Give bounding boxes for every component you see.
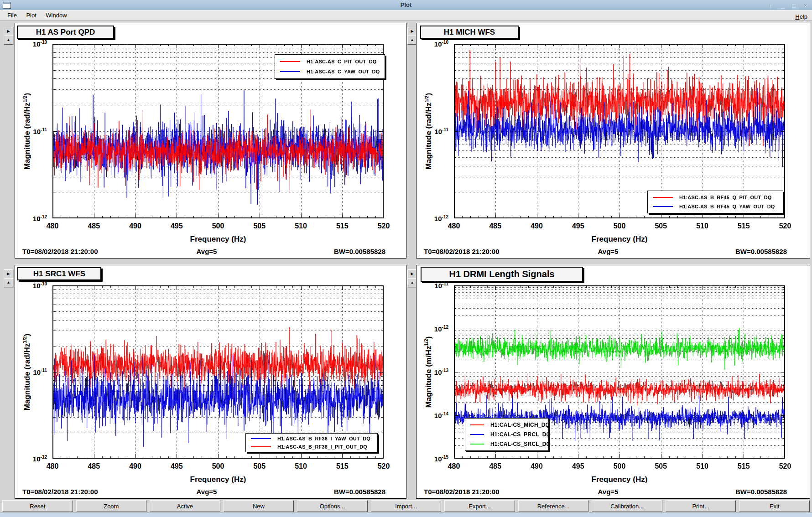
toolbar-button-exit[interactable]: Exit <box>739 500 810 512</box>
legend-entry: H1:ASC-AS_B_RF45_Q_PIT_OUT_DQ <box>648 195 783 200</box>
window-titlebar: Plot ↑_□× <box>0 0 812 10</box>
menu-file[interactable]: File <box>7 12 17 19</box>
legend-line-sample <box>470 444 484 445</box>
right-arrow-icon: ▶ <box>411 30 413 33</box>
menu-help[interactable]: Help <box>795 13 807 20</box>
plot-nav-forward-button[interactable]: ▶ <box>4 27 13 36</box>
x-tick-label: 515 <box>336 462 349 470</box>
x-tick-label: 485 <box>489 222 501 230</box>
y-tick-exponent: -14 <box>442 411 448 416</box>
legend-label: H1:ASC-AS_B_RF36_I_YAW_OUT_DQ <box>277 436 370 441</box>
y-tick-base: 10 <box>33 368 41 376</box>
toolbar-button-calibration[interactable]: Calibration... <box>592 500 662 512</box>
x-tick-label: 515 <box>738 222 750 230</box>
legend: H1:CAL-CS_MICH_DQH1:CAL-CS_PRCL_DQH1:CAL… <box>465 418 549 451</box>
toolbar-button-reference[interactable]: Reference... <box>518 500 589 512</box>
y-tick-label: 10-11 <box>18 128 47 135</box>
menu-window[interactable]: Window <box>46 12 67 19</box>
legend-label: H1:CAL-CS_SRCL_DQ <box>490 441 551 447</box>
maximize-icon: □ <box>792 2 796 8</box>
plot-nav-up-button[interactable]: ▲ <box>4 36 13 45</box>
right-arrow-icon: ▶ <box>411 272 413 276</box>
legend-label: H1:ASC-AS_B_RF45_Q_YAW_OUT_DQ <box>679 204 775 209</box>
y-tick-label: 10-13 <box>419 368 448 376</box>
plot-nav-up-button[interactable]: ▲ <box>407 36 417 45</box>
plot-window: { "window": { "title": "Plot", "menu_ite… <box>0 0 812 517</box>
legend-entry: H1:ASC-AS_C_YAW_OUT_DQ <box>275 69 385 74</box>
footer-t0: T0=08/02/2018 21:20:00 <box>22 488 98 496</box>
legend: H1:ASC-AS_B_RF36_I_YAW_OUT_DQH1:ASC-AS_B… <box>245 433 378 452</box>
legend-line-sample <box>251 438 271 439</box>
x-tick-label: 515 <box>738 462 750 470</box>
minimize-button[interactable]: _ <box>778 1 786 9</box>
toolbar-button-import[interactable]: Import... <box>371 500 442 512</box>
x-tick-label: 510 <box>696 462 708 470</box>
panel-drmi-length-signals: H1 DRMI Length Signals Magnitude (m/Hz1/… <box>416 265 810 499</box>
toolbar-button-print[interactable]: Print... <box>666 500 736 512</box>
close-button[interactable]: × <box>802 1 809 9</box>
x-tick-label: 480 <box>448 222 460 230</box>
shade-button[interactable]: ↑ <box>766 1 774 9</box>
toolbar-button-new[interactable]: New <box>224 500 294 512</box>
x-tick-label: 520 <box>378 222 390 230</box>
y-tick-exponent: -12 <box>442 214 448 219</box>
plot-title: H1 AS Port QPD <box>17 26 114 39</box>
plot-nav-forward-button[interactable]: ▶ <box>407 269 417 279</box>
maximize-button[interactable]: □ <box>790 1 797 9</box>
x-tick-label: 520 <box>378 462 390 470</box>
x-tick-label: 505 <box>253 222 265 230</box>
plot-canvas[interactable] <box>52 285 384 459</box>
legend-label: H1:ASC-AS_C_PIT_OUT_DQ <box>307 59 377 64</box>
x-tick-label: 510 <box>295 462 307 470</box>
y-tick-exponent: -11 <box>41 368 47 373</box>
toolbar: ResetZoomActiveNewOptions...Import...Exp… <box>0 500 812 512</box>
legend-entry: H1:ASC-AS_B_RF45_Q_YAW_OUT_DQ <box>648 204 783 209</box>
y-tick-base: 10 <box>33 215 41 222</box>
plot-nav-forward-button[interactable]: ▶ <box>407 27 417 36</box>
x-tick-label: 495 <box>171 222 183 230</box>
toolbar-button-active[interactable]: Active <box>150 500 220 512</box>
close-icon: × <box>804 2 807 8</box>
plot-nav-up-button[interactable]: ▲ <box>4 278 13 287</box>
right-arrow-icon: ▶ <box>7 272 10 276</box>
footer-bw: BW=0.00585828 <box>735 248 787 255</box>
y-tick-base: 10 <box>434 128 442 135</box>
toolbar-button-options[interactable]: Options... <box>297 500 368 512</box>
x-tick-label: 520 <box>779 222 791 230</box>
y-tick-base: 10 <box>434 282 442 290</box>
y-tick-exponent: -15 <box>442 455 448 460</box>
legend-entry: H1:CAL-CS_MICH_DQ <box>465 422 548 428</box>
plot-nav-up-button[interactable]: ▲ <box>407 278 417 287</box>
y-tick-label: 10-12 <box>18 215 47 222</box>
y-tick-label: 10-15 <box>419 455 448 462</box>
footer-bw: BW=0.00585828 <box>334 488 385 496</box>
up-arrow-icon: ▲ <box>7 281 10 284</box>
toolbar-button-reset[interactable]: Reset <box>2 500 73 512</box>
x-axis-label: Frequency (Hz) <box>592 475 648 484</box>
plot-title: H1 SRC1 WFS <box>17 267 101 280</box>
x-tick-label: 505 <box>655 222 667 230</box>
y-tick-base: 10 <box>33 455 41 463</box>
y-tick-exponent: -13 <box>442 368 448 373</box>
x-tick-label: 505 <box>655 462 667 470</box>
toolbar-button-export[interactable]: Export... <box>444 500 515 512</box>
plot-nav-forward-button[interactable]: ▶ <box>4 269 13 279</box>
up-arrow-icon: ▲ <box>7 38 10 42</box>
plot-title: H1 MICH WFS <box>420 26 519 39</box>
y-tick-exponent: -10 <box>41 281 47 286</box>
legend-entry: H1:ASC-AS_C_PIT_OUT_DQ <box>275 59 385 64</box>
legend-line-sample <box>280 71 300 72</box>
footer-bw: BW=0.00585828 <box>334 248 385 255</box>
footer-avg: Avg=5 <box>598 248 619 255</box>
x-tick-label: 485 <box>88 462 100 470</box>
menu-plot[interactable]: Plot <box>26 12 36 19</box>
right-arrow-icon: ▶ <box>7 30 10 33</box>
y-tick-base: 10 <box>33 282 41 290</box>
legend-entry: H1:CAL-CS_SRCL_DQ <box>465 441 548 447</box>
up-arrow-icon: ▲ <box>411 281 414 284</box>
toolbar-button-zoom[interactable]: Zoom <box>76 500 147 512</box>
y-tick-exponent: -11 <box>41 127 47 132</box>
y-tick-exponent: -10 <box>442 40 448 45</box>
y-tick-label: 10-10 <box>18 282 47 289</box>
y-tick-base: 10 <box>434 40 442 48</box>
